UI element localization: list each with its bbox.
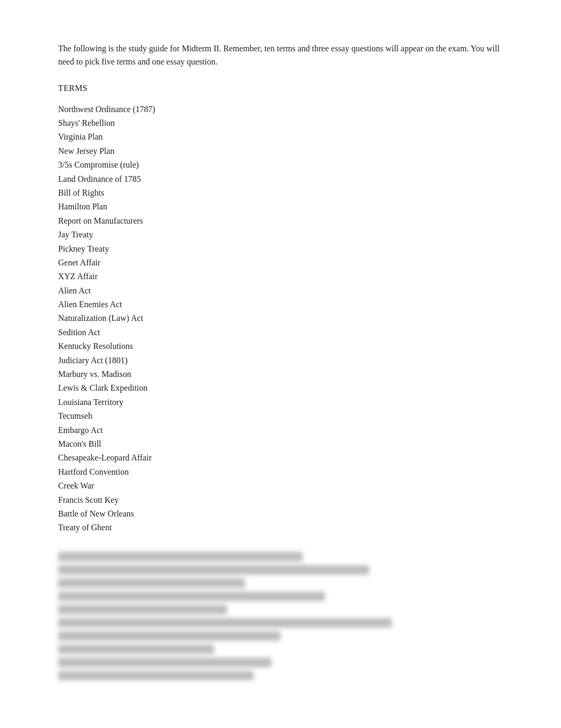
term-item: Jay Treaty (58, 228, 503, 242)
terms-list: Northwest Ordinance (1787)Shays' Rebelli… (58, 103, 503, 535)
term-item: Alien Enemies Act (58, 298, 503, 311)
term-item: Pickney Treaty (58, 242, 503, 256)
term-item: New Jersey Plan (58, 144, 503, 158)
term-item: Genet Affair (58, 256, 503, 270)
term-item: Judiciary Act (1801) (58, 354, 503, 367)
term-item: Sedition Act (58, 326, 503, 339)
term-item: Louisiana Territory (58, 395, 503, 409)
term-item: Land Ordinance of 1785 (58, 172, 503, 186)
term-item: Francis Scott Key (58, 493, 503, 507)
term-item: Tecumseh (58, 409, 503, 423)
page-container: The following is the study guide for Mid… (0, 0, 561, 726)
term-item: Embargo Act (58, 423, 503, 437)
term-item: 3/5s Compromise (rule) (58, 158, 503, 172)
term-item: Shays' Rebellion (58, 116, 503, 130)
term-item: Kentucky Resolutions (58, 339, 503, 353)
term-item: Northwest Ordinance (1787) (58, 103, 503, 116)
term-item: Naturalization (Law) Act (58, 311, 503, 325)
term-item: Virginia Plan (58, 130, 503, 144)
blurred-section (58, 552, 503, 680)
term-item: Marbury vs. Madison (58, 367, 503, 381)
term-item: Report on Manufacturers (58, 214, 503, 228)
term-item: Battle of New Orleans (58, 507, 503, 521)
intro-paragraph: The following is the study guide for Mid… (58, 42, 503, 69)
terms-heading: TERMS (58, 84, 503, 93)
term-item: Hamilton Plan (58, 200, 503, 214)
term-item: Lewis & Clark Expedition (58, 381, 503, 395)
term-item: XYZ Affair (58, 270, 503, 283)
term-item: Creek War (58, 479, 503, 493)
term-item: Alien Act (58, 284, 503, 298)
term-item: Macon's Bill (58, 437, 503, 451)
term-item: Hartford Convention (58, 465, 503, 479)
term-item: Treaty of Ghent (58, 521, 503, 535)
term-item: Chesapeake-Leopard Affair (58, 451, 503, 465)
term-item: Bill of Rights (58, 186, 503, 200)
